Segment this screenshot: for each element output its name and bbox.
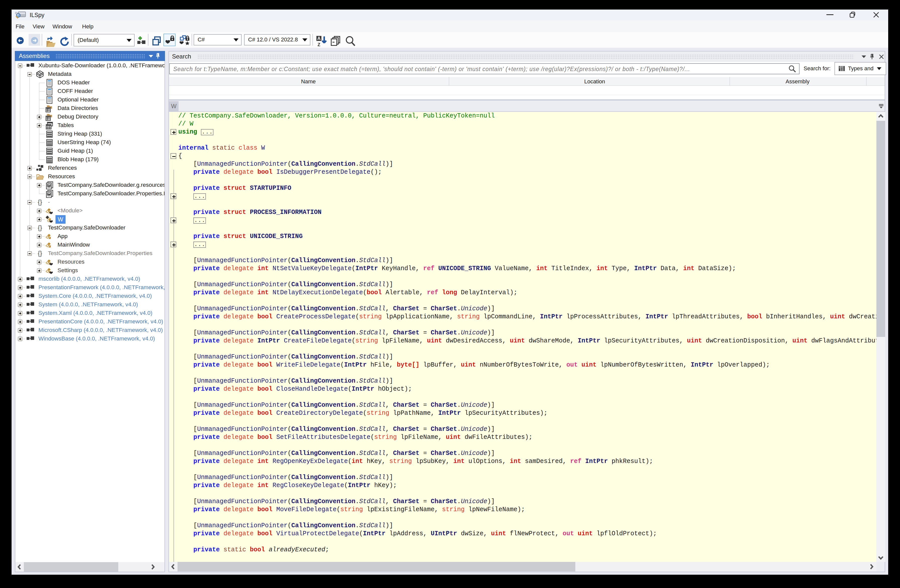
svg-text:{}: {} [38,250,42,257]
svg-text:Z: Z [318,42,320,47]
svg-text:A: A [317,36,321,41]
svg-text:{}: {} [38,199,42,206]
svg-text:{}: {} [38,224,42,231]
